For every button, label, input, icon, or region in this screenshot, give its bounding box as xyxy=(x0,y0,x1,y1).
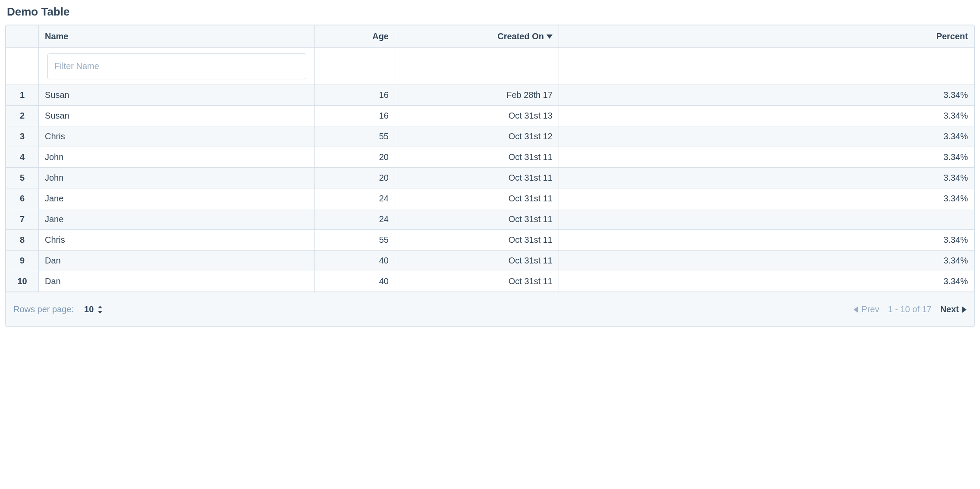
name-cell: John xyxy=(39,168,315,188)
percent-cell: 3.34% xyxy=(559,251,974,271)
table-row[interactable]: 5John20Oct 31st 113.34% xyxy=(6,168,974,188)
created-cell: Oct 31st 12 xyxy=(395,126,559,147)
age-cell: 20 xyxy=(315,147,395,168)
created-cell: Oct 31st 11 xyxy=(395,188,559,209)
table-row[interactable]: 2Susan16Oct 31st 133.34% xyxy=(6,106,974,126)
name-cell: Chris xyxy=(39,230,315,251)
row-number-cell: 10 xyxy=(6,271,39,292)
next-page-button[interactable]: Next xyxy=(940,304,967,314)
table-body: 1Susan16Feb 28th 173.34%2Susan16Oct 31st… xyxy=(6,85,974,292)
row-number-cell: 6 xyxy=(6,188,39,209)
name-cell: Dan xyxy=(39,271,315,292)
created-cell: Oct 31st 11 xyxy=(395,209,559,230)
table-row[interactable]: 3Chris55Oct 31st 123.34% xyxy=(6,126,974,147)
age-cell: 16 xyxy=(315,85,395,106)
created-cell: Oct 31st 11 xyxy=(395,251,559,271)
age-cell: 20 xyxy=(315,168,395,188)
rows-per-page-select[interactable]: 10 xyxy=(84,304,102,314)
age-cell: 40 xyxy=(315,251,395,271)
row-number-cell: 8 xyxy=(6,230,39,251)
sort-desc-icon xyxy=(547,34,553,39)
next-label: Next xyxy=(940,304,959,314)
prev-page-button[interactable]: Prev xyxy=(854,304,879,314)
percent-cell: 3.34% xyxy=(559,168,974,188)
svg-marker-2 xyxy=(98,311,102,313)
percent-cell: 3.34% xyxy=(559,230,974,251)
created-cell: Oct 31st 11 xyxy=(395,271,559,292)
table-row[interactable]: 10Dan40Oct 31st 113.34% xyxy=(6,271,974,292)
filter-name-input[interactable] xyxy=(47,53,306,79)
percent-cell: 3.34% xyxy=(559,147,974,168)
svg-marker-3 xyxy=(854,307,858,313)
column-header-age-label: Age xyxy=(372,31,389,41)
column-header-age[interactable]: Age xyxy=(315,25,395,48)
table-footer: Rows per page: 10 Prev 1 - 10 of 17 xyxy=(6,292,974,326)
data-table-container: Name Age Created On xyxy=(5,25,975,327)
svg-marker-4 xyxy=(962,307,967,313)
table-row[interactable]: 9Dan40Oct 31st 113.34% xyxy=(6,251,974,271)
created-cell: Oct 31st 13 xyxy=(395,106,559,126)
age-cell: 40 xyxy=(315,271,395,292)
percent-cell: 3.34% xyxy=(559,126,974,147)
column-header-percent[interactable]: Percent xyxy=(559,25,974,48)
percent-cell: 3.34% xyxy=(559,85,974,106)
row-number-cell: 3 xyxy=(6,126,39,147)
percent-cell: 3.34% xyxy=(559,271,974,292)
name-cell: Dan xyxy=(39,251,315,271)
page-range-text: 1 - 10 of 17 xyxy=(888,304,931,314)
filter-cell-rownum xyxy=(6,48,39,85)
age-cell: 24 xyxy=(315,209,395,230)
filter-cell-percent xyxy=(559,48,974,85)
table-header-row: Name Age Created On xyxy=(6,25,974,48)
row-number-cell: 1 xyxy=(6,85,39,106)
prev-label: Prev xyxy=(861,304,879,314)
select-updown-icon xyxy=(98,306,102,313)
created-cell: Oct 31st 11 xyxy=(395,168,559,188)
age-cell: 16 xyxy=(315,106,395,126)
age-cell: 24 xyxy=(315,188,395,209)
column-header-name[interactable]: Name xyxy=(39,25,315,48)
row-number-cell: 9 xyxy=(6,251,39,271)
rows-per-page-label: Rows per page: xyxy=(13,304,74,314)
row-number-cell: 4 xyxy=(6,147,39,168)
filter-cell-created xyxy=(395,48,559,85)
age-cell: 55 xyxy=(315,230,395,251)
row-number-cell: 5 xyxy=(6,168,39,188)
name-cell: Chris xyxy=(39,126,315,147)
column-header-percent-label: Percent xyxy=(936,31,968,41)
column-header-created-label: Created On xyxy=(497,31,544,41)
name-cell: Susan xyxy=(39,85,315,106)
rows-per-page-value: 10 xyxy=(84,304,94,314)
column-header-rownum xyxy=(6,25,39,48)
percent-cell: 3.34% xyxy=(559,106,974,126)
percent-cell xyxy=(559,209,974,230)
name-cell: Jane xyxy=(39,188,315,209)
data-table: Name Age Created On xyxy=(6,25,974,292)
chevron-left-icon xyxy=(854,307,858,313)
percent-cell: 3.34% xyxy=(559,188,974,209)
row-number-cell: 2 xyxy=(6,106,39,126)
table-row[interactable]: 4John20Oct 31st 113.34% xyxy=(6,147,974,168)
table-row[interactable]: 8Chris55Oct 31st 113.34% xyxy=(6,230,974,251)
column-header-created[interactable]: Created On xyxy=(395,25,559,48)
table-row[interactable]: 1Susan16Feb 28th 173.34% xyxy=(6,85,974,106)
table-row[interactable]: 6Jane24Oct 31st 113.34% xyxy=(6,188,974,209)
row-number-cell: 7 xyxy=(6,209,39,230)
svg-marker-0 xyxy=(547,34,553,39)
created-cell: Oct 31st 11 xyxy=(395,230,559,251)
name-cell: Jane xyxy=(39,209,315,230)
table-filter-row xyxy=(6,48,974,85)
created-cell: Oct 31st 11 xyxy=(395,147,559,168)
svg-marker-1 xyxy=(98,306,102,308)
filter-cell-name xyxy=(39,48,315,85)
age-cell: 55 xyxy=(315,126,395,147)
table-row[interactable]: 7Jane24Oct 31st 11 xyxy=(6,209,974,230)
created-cell: Feb 28th 17 xyxy=(395,85,559,106)
chevron-right-icon xyxy=(962,307,967,313)
name-cell: Susan xyxy=(39,106,315,126)
table-title: Demo Table xyxy=(7,5,975,19)
column-header-name-label: Name xyxy=(45,31,68,41)
filter-cell-age xyxy=(315,48,395,85)
name-cell: John xyxy=(39,147,315,168)
